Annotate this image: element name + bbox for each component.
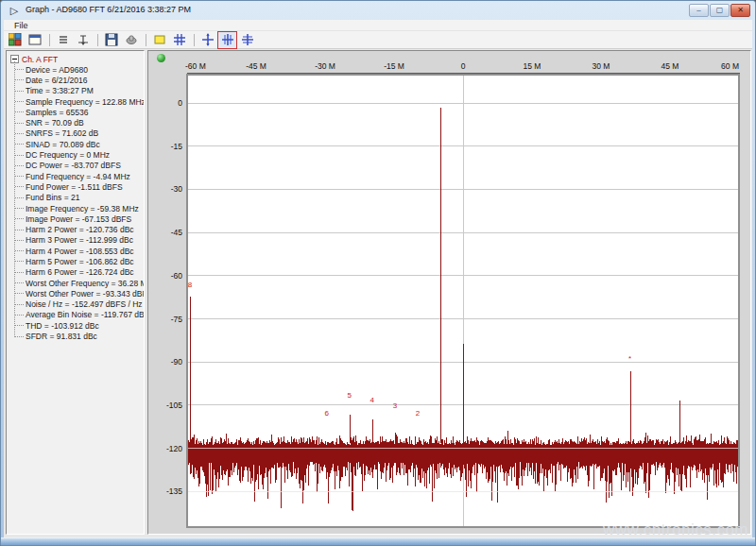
tree-item[interactable]: Device = AD9680	[7, 64, 144, 75]
tree-item[interactable]: SINAD = 70.089 dBc	[7, 139, 144, 149]
y-tick-label: -75	[150, 315, 182, 324]
tree-item[interactable]: DC Frequency = 0 MHz	[7, 149, 144, 160]
zoom-vertical-icon[interactable]	[218, 32, 236, 48]
tree-item[interactable]: THD = -103.912 dBc	[7, 320, 144, 331]
x-tick-label: 0	[461, 61, 466, 71]
peak-marker: 2	[416, 409, 421, 418]
tree-item[interactable]: Harm 4 Power = -108.553 dBc	[7, 246, 144, 256]
tree-item[interactable]: Fund Power = -1.511 dBFS	[7, 181, 144, 192]
toolbar	[4, 31, 752, 48]
stats-tree: Ch. A FFT Device = AD9680Date = 6/21/201…	[7, 51, 144, 342]
tree-item[interactable]: Worst Other Frequency = 36.28 MHz	[7, 278, 144, 288]
tree-item[interactable]: Image Power = -67.153 dBFS	[7, 213, 144, 224]
close-button[interactable]: ✕	[730, 4, 750, 17]
tree-item[interactable]: Date = 6/21/2016	[7, 75, 144, 85]
cursor-list-icon[interactable]	[54, 32, 72, 48]
save-icon[interactable]	[102, 32, 120, 48]
minimize-button[interactable]: –	[689, 4, 709, 17]
fft-plot[interactable]: 8*54326	[187, 75, 739, 527]
display-window-icon[interactable]	[26, 32, 43, 48]
tree-item[interactable]: Harm 2 Power = -120.736 dBc	[7, 224, 144, 234]
x-tick-label: -60 M	[185, 61, 206, 71]
toolbar-separator	[97, 34, 98, 46]
y-tick-label: -60	[150, 271, 182, 281]
pan-crosshair-icon[interactable]	[198, 32, 216, 48]
tree-item[interactable]: Harm 6 Power = -126.724 dBc	[7, 267, 144, 278]
toolbar-separator	[49, 34, 50, 46]
tree-items: Device = AD9680Date = 6/21/2016Time = 3:…	[7, 64, 144, 342]
toolbar-separator	[146, 34, 146, 46]
tree-item[interactable]: Fund Frequency = -4.94 MHz	[7, 171, 144, 181]
tree-item[interactable]: Fund Bins = 21	[7, 193, 144, 203]
window-title: Graph - AD9680 FFT 6/21/2016 3:38:27 PM	[26, 5, 191, 14]
plot-settings-icon[interactable]	[6, 32, 24, 48]
y-tick-label: -135	[150, 486, 182, 496]
tree-item[interactable]: SFDR = 91.831 dBc	[7, 331, 144, 341]
grid-icon[interactable]	[170, 32, 188, 48]
tree-item[interactable]: Sample Frequency = 122.88 MHz	[7, 96, 144, 107]
y-tick-label: -120	[150, 444, 182, 453]
tree-item[interactable]: Noise / Hz = -152.497 dBFS / Hz	[7, 299, 144, 310]
maximize-button[interactable]: ▢	[710, 4, 730, 17]
peak-marker: 3	[393, 401, 398, 410]
tree-item[interactable]: DC Power = -83.707 dBFS	[7, 161, 144, 171]
stats-tree-panel: Ch. A FFT Device = AD9680Date = 6/21/201…	[6, 50, 145, 535]
x-tick-label: -45 M	[246, 61, 266, 71]
plot-color-icon[interactable]	[150, 32, 168, 48]
y-tick-label: -30	[150, 184, 182, 194]
tree-item[interactable]: Harm 3 Power = -112.999 dBc	[7, 235, 144, 246]
tree-item[interactable]: Samples = 65536	[7, 107, 144, 117]
tree-item[interactable]: Harm 5 Power = -106.862 dBc	[7, 256, 144, 266]
tree-item[interactable]: Average Bin Noise = -119.767 dBFS	[7, 310, 144, 320]
y-tick-label: -105	[150, 401, 182, 410]
peak-marker: 5	[348, 391, 352, 400]
tree-item[interactable]: Time = 3:38:27 PM	[7, 86, 144, 96]
tree-root-label: Ch. A FFT	[22, 55, 58, 64]
x-tick-label: 60 M	[721, 61, 739, 71]
main-area: Ch. A FFT Device = AD9680Date = 6/21/201…	[4, 49, 752, 539]
fft-chart-panel: -60 M-45 M-30 M-15 M015 M30 M45 M60 M 0-…	[147, 50, 751, 535]
y-tick-label: -15	[150, 142, 182, 151]
peak-marker: 8	[188, 281, 193, 289]
cursor-style-icon[interactable]	[74, 32, 92, 48]
app-window: ▷ Graph - AD9680 FFT 6/21/2016 3:38:27 P…	[0, 0, 756, 546]
watermark: www.cntronics.com	[603, 520, 748, 539]
y-tick-label: -45	[150, 228, 182, 237]
y-tick-label: -90	[150, 357, 182, 367]
menu-file[interactable]: File	[10, 21, 32, 30]
x-tick-label: 30 M	[593, 61, 610, 71]
menu-bar: File	[4, 20, 752, 31]
toolbar-separator	[194, 34, 195, 46]
zoom-horizontal-icon[interactable]	[238, 32, 256, 48]
hand-icon[interactable]	[122, 32, 140, 48]
x-tick-label: 15 M	[524, 61, 541, 71]
peak-marker: *	[628, 354, 631, 363]
tree-item[interactable]: Image Frequency = -59.38 MHz	[7, 203, 144, 213]
y-tick-label: 0	[150, 98, 182, 108]
x-tick-label: 45 M	[662, 61, 679, 71]
app-icon: ▷	[8, 4, 21, 17]
tree-item[interactable]: SNR = 70.09 dB	[7, 117, 144, 128]
tree-item[interactable]: SNRFS = 71.602 dB	[7, 128, 144, 139]
tree-root[interactable]: Ch. A FFT	[7, 54, 144, 64]
title-bar[interactable]: ▷ Graph - AD9680 FFT 6/21/2016 3:38:27 P…	[1, 1, 755, 20]
tree-item[interactable]: Worst Other Power = -93.343 dBFS	[7, 288, 144, 299]
status-led-icon	[157, 54, 165, 62]
fft-spectrum-svg: 8*54326	[187, 75, 739, 527]
peak-marker: 6	[325, 409, 330, 418]
window-chrome: File	[4, 20, 752, 49]
x-tick-label: -30 M	[315, 61, 335, 71]
x-axis-line	[187, 73, 740, 74]
peak-marker: 4	[370, 396, 375, 404]
x-tick-label: -15 M	[384, 61, 404, 71]
